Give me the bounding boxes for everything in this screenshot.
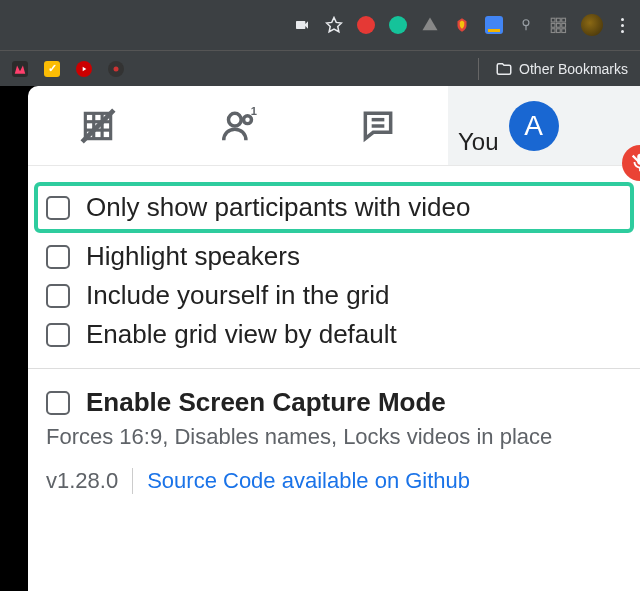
source-code-link[interactable]: Source Code available on Github (147, 468, 470, 494)
svg-point-1 (523, 20, 529, 26)
option-highlight-speakers-label: Highlight speakers (86, 241, 300, 272)
svg-rect-10 (562, 29, 566, 33)
version-label: v1.28.0 (46, 468, 118, 494)
other-bookmarks-label: Other Bookmarks (519, 61, 628, 77)
extension-panel: 1 You A O (28, 86, 640, 591)
checkbox-enable-default[interactable] (46, 323, 70, 347)
svg-rect-7 (562, 24, 566, 28)
grid-icon[interactable] (549, 16, 567, 34)
you-label: You (458, 128, 499, 156)
option-screen-capture-label: Enable Screen Capture Mode (86, 387, 446, 418)
svg-rect-3 (557, 18, 561, 22)
bookmark-myntra-icon[interactable] (12, 61, 28, 77)
checkbox-screen-capture[interactable] (46, 391, 70, 415)
ext-icon-7[interactable] (517, 16, 535, 34)
drive-icon[interactable] (421, 16, 439, 34)
option-highlight-speakers[interactable]: Highlight speakers (46, 237, 622, 276)
tab-you[interactable]: You A (448, 86, 640, 165)
screen-capture-desc: Forces 16:9, Disables names, Locks video… (46, 424, 622, 450)
camera-icon[interactable] (293, 16, 311, 34)
svg-marker-0 (327, 18, 342, 32)
tab-chat[interactable] (308, 86, 448, 165)
footer-divider (132, 468, 133, 494)
checkbox-only-video[interactable] (46, 196, 70, 220)
option-screen-capture[interactable]: Enable Screen Capture Mode (46, 383, 622, 422)
avatar-letter: A (524, 110, 543, 142)
options-section: Only show participants with video Highli… (28, 166, 640, 494)
options-divider (28, 368, 640, 369)
profile-avatar-icon[interactable] (581, 14, 603, 36)
option-only-video[interactable]: Only show participants with video (34, 182, 634, 233)
svg-rect-8 (551, 29, 555, 33)
avatar: A (509, 101, 559, 151)
bookmark-divider (478, 58, 479, 80)
tab-participants[interactable]: 1 (168, 86, 308, 165)
bookmark-item-2-icon[interactable]: ✓ (44, 61, 60, 77)
ext-icon-6[interactable] (485, 16, 503, 34)
option-only-video-label: Only show participants with video (86, 192, 470, 223)
option-enable-default[interactable]: Enable grid view by default (46, 315, 622, 354)
svg-text:1: 1 (251, 107, 257, 117)
ext-icon-5[interactable] (453, 16, 471, 34)
tab-grid-off[interactable] (28, 86, 168, 165)
svg-rect-6 (557, 24, 561, 28)
option-enable-default-label: Enable grid view by default (86, 319, 397, 350)
svg-rect-4 (562, 18, 566, 22)
bookmark-bar: ✓ Other Bookmarks (0, 50, 640, 86)
bookmark-item-4-icon[interactable] (108, 61, 124, 77)
browser-menu-icon[interactable] (617, 18, 628, 33)
option-include-yourself[interactable]: Include yourself in the grid (46, 276, 622, 315)
svg-point-11 (114, 66, 119, 71)
other-bookmarks-button[interactable]: Other Bookmarks (495, 60, 628, 78)
checkbox-highlight-speakers[interactable] (46, 245, 70, 269)
adblock-icon[interactable] (357, 16, 375, 34)
svg-point-18 (229, 113, 242, 126)
star-icon[interactable] (325, 16, 343, 34)
browser-toolbar (0, 0, 640, 50)
svg-rect-9 (557, 29, 561, 33)
grammarly-icon[interactable] (389, 16, 407, 34)
svg-rect-5 (551, 24, 555, 28)
checkbox-include-yourself[interactable] (46, 284, 70, 308)
panel-footer: v1.28.0 Source Code available on Github (46, 468, 622, 494)
option-include-yourself-label: Include yourself in the grid (86, 280, 390, 311)
svg-rect-2 (551, 18, 555, 22)
bookmark-youtube-icon[interactable] (76, 61, 92, 77)
tab-bar: 1 You A (28, 86, 640, 166)
